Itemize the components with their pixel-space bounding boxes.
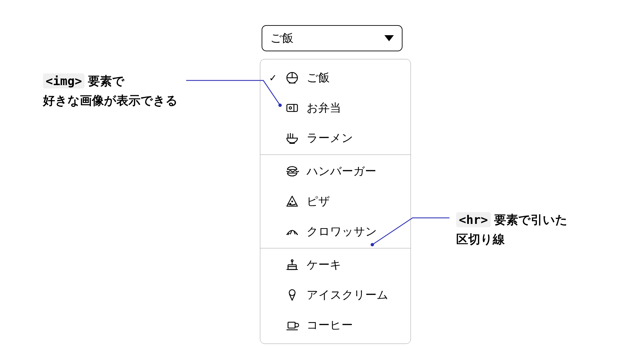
option-label: コーヒー — [307, 317, 411, 333]
annotation-hr-line2: 区切り線 — [456, 232, 505, 246]
select-option[interactable]: ✓お弁当 — [260, 93, 411, 123]
option-label: ご飯 — [307, 70, 411, 85]
bento-icon — [284, 100, 300, 116]
select-option[interactable]: ✓ラーメン — [260, 123, 411, 153]
svg-point-6 — [291, 260, 293, 261]
option-label: お弁当 — [307, 100, 411, 116]
annotation-img: <img> 要素で 好きな画像が表示できる — [43, 71, 231, 110]
annotation-hr: <hr> 要素で引いた 区切り線 — [456, 210, 631, 249]
coffee-icon — [284, 317, 300, 333]
pizza-icon — [284, 194, 300, 209]
select-option[interactable]: ✓クロワッサン — [260, 217, 411, 247]
select-dropdown: ✓ご飯✓お弁当✓ラーメン✓ハンバーガー✓ピザ✓クロワッサン✓ケーキ✓アイスクリー… — [260, 59, 411, 344]
option-label: アイスクリーム — [307, 287, 411, 303]
option-label: ハンバーガー — [307, 164, 411, 179]
diagram-stage: ご飯 ✓ご飯✓お弁当✓ラーメン✓ハンバーガー✓ピザ✓クロワッサン✓ケーキ✓アイス… — [0, 0, 644, 362]
croissant-icon — [284, 224, 300, 239]
svg-point-2 — [289, 107, 291, 109]
select-option[interactable]: ✓ハンバーガー — [260, 156, 411, 186]
chevron-down-icon — [384, 35, 394, 41]
svg-point-3 — [291, 201, 293, 202]
select-trigger[interactable]: ご飯 — [262, 25, 402, 51]
option-label: クロワッサン — [307, 224, 411, 239]
svg-rect-1 — [287, 105, 298, 112]
annotation-img-line2: 好きな画像が表示できる — [43, 94, 178, 107]
cake-icon — [284, 257, 300, 273]
svg-point-4 — [290, 203, 291, 204]
svg-rect-5 — [288, 265, 297, 269]
hamburger-icon — [284, 164, 300, 179]
select-option[interactable]: ✓ケーキ — [260, 250, 411, 280]
rice-bowl-icon — [284, 70, 300, 85]
code-img-tag: <img> — [43, 73, 85, 88]
annotation-img-line1: 要素で — [85, 74, 124, 88]
option-label: ラーメン — [307, 130, 411, 146]
option-label: ケーキ — [307, 257, 411, 273]
select-option[interactable]: ✓アイスクリーム — [260, 280, 411, 310]
select-option[interactable]: ✓コーヒー — [260, 310, 411, 340]
icecream-icon — [284, 287, 300, 303]
select-option[interactable]: ✓ご飯 — [260, 63, 411, 93]
option-group: ✓ご飯✓お弁当✓ラーメン — [260, 61, 411, 155]
ramen-icon — [284, 130, 300, 146]
select-value: ご飯 — [270, 31, 293, 46]
option-group: ✓ハンバーガー✓ピザ✓クロワッサン — [260, 155, 411, 248]
option-label: ピザ — [307, 194, 411, 209]
svg-rect-8 — [288, 322, 295, 328]
annotation-hr-line1: 要素で引いた — [491, 213, 568, 227]
option-group: ✓ケーキ✓アイスクリーム✓コーヒー — [260, 248, 411, 342]
code-hr-tag: <hr> — [456, 212, 491, 227]
check-icon: ✓ — [268, 72, 278, 83]
select-option[interactable]: ✓ピザ — [260, 186, 411, 217]
